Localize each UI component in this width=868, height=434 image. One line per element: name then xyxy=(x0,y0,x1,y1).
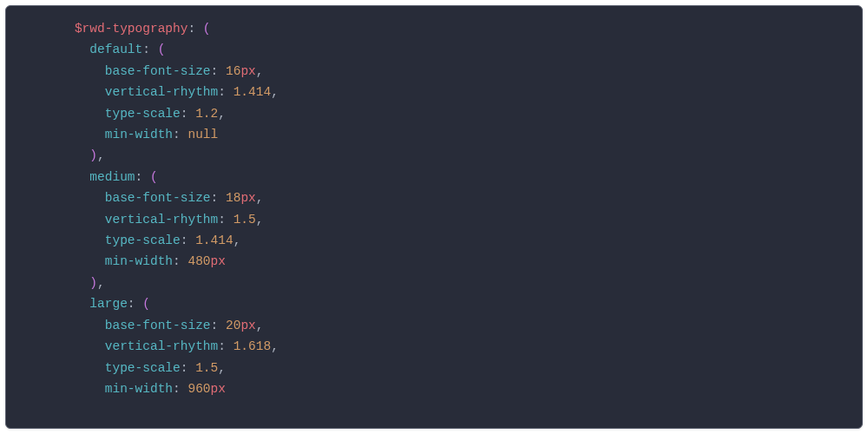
code-line: base-font-size: 16px, xyxy=(22,61,846,82)
code-line: min-width: 960px xyxy=(22,378,846,399)
code-line: $rwd-typography: ( xyxy=(22,18,846,39)
code-block: $rwd-typography: ( default: ( base-font-… xyxy=(5,5,863,429)
code-line: vertical-rhythm: 1.414, xyxy=(22,82,846,102)
code-line: type-scale: 1.414, xyxy=(22,230,846,251)
code-line: type-scale: 1.5, xyxy=(22,358,846,378)
code-line: large: ( xyxy=(22,293,846,314)
code-line: type-scale: 1.2, xyxy=(22,103,846,124)
open-paren: ( xyxy=(142,297,150,311)
map-key: large xyxy=(89,297,128,311)
code-line: ), xyxy=(22,145,846,166)
open-paren: ( xyxy=(203,22,211,36)
sass-variable: $rwd-typography xyxy=(75,22,188,36)
map-key: default xyxy=(89,43,142,56)
code-line: base-font-size: 20px, xyxy=(22,315,846,336)
code-line: min-width: 480px xyxy=(22,251,846,272)
open-paren: ( xyxy=(150,170,158,184)
map-key: medium xyxy=(89,170,135,184)
colon: : xyxy=(187,22,195,36)
code-line: base-font-size: 18px, xyxy=(22,187,846,208)
code-line: default: ( xyxy=(22,39,846,60)
code-line: vertical-rhythm: 1.5, xyxy=(22,209,846,230)
code-line: medium: ( xyxy=(22,167,846,187)
open-paren: ( xyxy=(158,43,166,56)
code-line: vertical-rhythm: 1.618, xyxy=(22,336,846,357)
code-line: ), xyxy=(22,273,846,293)
close-paren: ) xyxy=(89,276,97,290)
code-line: min-width: null xyxy=(22,124,846,145)
close-paren: ) xyxy=(89,148,97,162)
